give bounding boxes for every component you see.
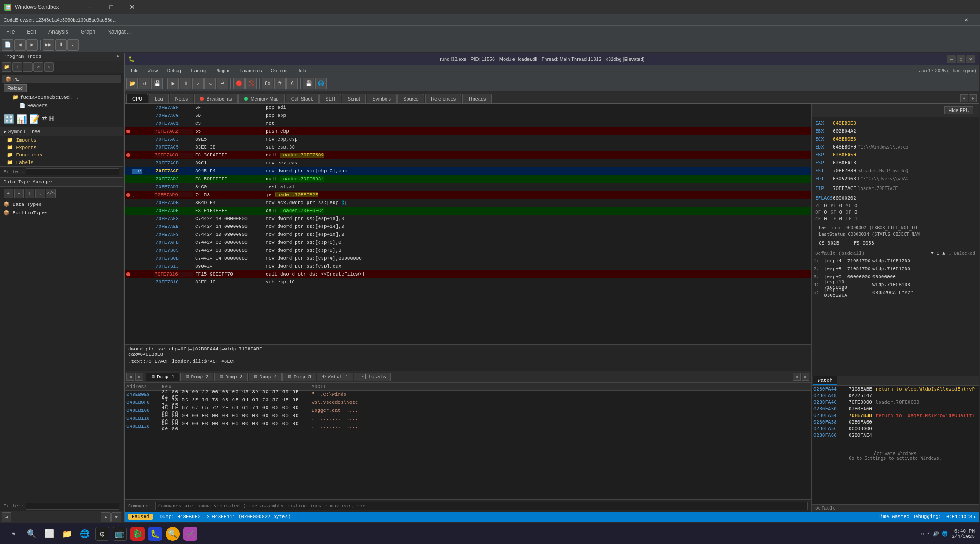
search-icon[interactable]: 🔍 [25,527,39,541]
dt-data-types[interactable]: 📦 Data Types [0,200,123,209]
table-row[interactable]: 70FE7AE3 C74424 18 00000000 mov dword pt… [125,215,811,223]
dbg-plugins[interactable]: Plugins [211,67,234,74]
tab-callstack[interactable]: Call Stack [286,94,319,103]
table-row[interactable]: 70FE7B16 FF15 98ECFF70 call dword ptr ds… [125,270,811,278]
tab-breakpoints[interactable]: Breakpoints [194,94,238,103]
watch-tab[interactable]: Watch [813,376,837,385]
cb-menu-analysis[interactable]: Analysis [46,28,71,36]
table-row[interactable]: 70FE7AFB C74424 0C 00000000 mov dword pt… [125,238,811,246]
mem-row[interactable]: 02B0FA50 02B0FA60 [812,406,979,412]
tb-pause2[interactable]: ⏸ [180,78,191,89]
edx-val[interactable]: 048EB0F0 [833,144,856,151]
ghidra-icon[interactable]: 🐉 [130,527,145,541]
tb-step-over[interactable]: ↘ [204,78,216,89]
tb-run2[interactable]: ▶ [167,78,179,89]
scroll-left[interactable]: ◀ [2,512,11,522]
eax-val[interactable]: 048EB0E8 [833,120,856,127]
bug-icon[interactable]: 🦟 [183,527,197,541]
sym-filter-input[interactable] [26,503,119,510]
filter-input[interactable] [26,168,119,175]
table-row[interactable]: 70FE7B03 C74424 08 03000000 mov dword pt… [125,246,811,254]
eflags-val[interactable]: 00000202 [833,195,856,202]
dbg-help[interactable]: Help [293,67,310,74]
dbg-view[interactable]: View [144,67,162,74]
mem-row[interactable]: 02B0FA5C 00000000 [812,425,979,432]
dt-builtin[interactable]: 📦 BuiltinTypes [0,209,123,217]
dt-btn5[interactable]: </> [46,189,56,198]
tb-fx[interactable]: fx [262,78,273,89]
sym-exports[interactable]: 📁 Exports [0,144,123,151]
cs-row[interactable]: 5: [esp+14] 030529CA 030529CA L"#2" [812,289,979,297]
task-view-icon[interactable]: ⬜ [42,527,56,541]
x32dbg-icon[interactable]: 🐛 [148,527,162,541]
tf-val[interactable]: 0 [839,216,842,222]
mem-row[interactable]: 02B0FA58 02B0FA60 [812,419,979,425]
table-row[interactable]: 70FE7AC5 83EC 38 sub esp,38 [125,143,811,151]
dbg-favourites[interactable]: Favourites [236,67,265,74]
close-btn[interactable]: ✕ [122,0,142,14]
mem-row[interactable]: 02B0FA44 7108EABE return to wldp.WldpIsA… [812,386,979,392]
tab-memmap[interactable]: Memory Map [238,94,284,103]
dump-tab-4[interactable]: 🖥 Dump 4 [249,373,282,381]
table-row[interactable]: 70FE7AF3 C74424 10 03000000 mov dword pt… [125,231,811,238]
reload-btn[interactable]: Reload [4,84,27,92]
tb-bp-toggle[interactable]: 🔴 [233,78,245,89]
ebp-val[interactable]: 02B0FA50 [833,152,856,159]
cb-close-btn[interactable]: ✕ [956,13,976,27]
table-row[interactable]: 70FE7AC0 5D pop ebp [125,112,811,119]
headers-item[interactable]: 📄 Headers [16,101,121,110]
tab-notes[interactable]: Notes [170,94,194,103]
table-row[interactable]: 70FE7ADE E8 E1F4FFFF call loader.70FE6FC… [125,207,811,215]
tab-source[interactable]: Source [397,94,424,103]
sym-imports[interactable]: 📁 Imports [0,136,123,144]
table-row[interactable]: 70FE7ABF 5F pop edi [125,104,811,112]
dt-btn2[interactable]: − [14,189,24,198]
nav-dn[interactable]: ▼ [111,512,121,522]
table-row[interactable]: 70FE7AD7 84C0 test al,al [125,183,811,191]
eip-val[interactable]: 70FE7ACF [833,185,856,192]
table-row[interactable]: ↓ 70FE7AD9 74 53 je loader.70FE7B2E [125,191,811,199]
if-val[interactable]: 1 [854,216,858,222]
dbg-file[interactable]: File [127,67,142,74]
pe-header[interactable]: 📦 PE [2,75,121,83]
maximize-btn[interactable]: □ [101,0,121,14]
tb-mem[interactable]: 💾 [303,78,314,89]
edi-val[interactable]: 03052968 [833,175,856,183]
explorer-icon[interactable]: 📁 [60,527,74,541]
tab-nav-left[interactable]: ◀ [960,94,968,102]
hide-fpu-btn[interactable]: Hide FPU [944,106,973,114]
tab-seh[interactable]: SEH [319,94,341,103]
table-row[interactable]: 70FE7B0B C74424 04 00000080 mov dword pt… [125,254,811,262]
tb-restart[interactable]: ↺ [139,78,150,89]
tb-save[interactable]: 💾 [151,78,163,89]
tab-threads[interactable]: Threads [462,94,491,103]
file-entry[interactable]: 📁 f8c1a4c3060bc139d... [9,93,121,101]
dump-tab-2[interactable]: 🖥 Dump 2 [180,373,214,381]
tb-hash[interactable]: # [274,78,286,89]
df-val[interactable]: 0 [854,209,858,215]
af-val[interactable]: 0 [854,203,858,209]
esi-val[interactable]: 70FE7B30 [833,168,856,175]
dump-nav-right[interactable]: ▶ [135,373,143,381]
dbg-close[interactable]: ✕ [966,55,975,63]
dbg-options[interactable]: Options [267,67,291,74]
dbg-debug[interactable]: Debug [163,67,184,74]
watch-tab-1[interactable]: 👁 Watch 1 [317,373,353,381]
pf-val[interactable]: 0 [839,203,842,209]
table-row[interactable]: 70FE7AEB C74424 14 00000000 mov dword pt… [125,223,811,231]
table-row[interactable]: 70FE7AD2 E8 5DEEFFFF call loader.70FE693… [125,175,811,183]
mem-row[interactable]: 02B0FA54 70FE7B3B return to loader.MsiPr… [812,412,979,419]
pt-btn3[interactable]: − [23,62,33,72]
table-row[interactable]: 70FE7AC3 89E5 mov ebp,esp [125,135,811,143]
vs-icon[interactable]: ⚙ [95,527,109,541]
table-row[interactable]: 70FE7AC1 C3 ret [125,119,811,127]
tab-symbols[interactable]: Symbols [367,94,397,103]
sf-val[interactable]: 0 [839,209,842,215]
start-btn[interactable]: ⊞ [5,526,21,542]
search2-icon[interactable]: 🔍 [166,527,180,541]
tb-pause[interactable]: ⏸ [55,39,67,51]
menu-btn[interactable]: ⋯ [59,0,79,14]
tb-run[interactable]: ▶▶ [43,39,54,51]
mem-row[interactable]: 02B0FA48 DA725E47 [812,392,979,399]
cb-menu-edit[interactable]: Edit [24,28,39,36]
